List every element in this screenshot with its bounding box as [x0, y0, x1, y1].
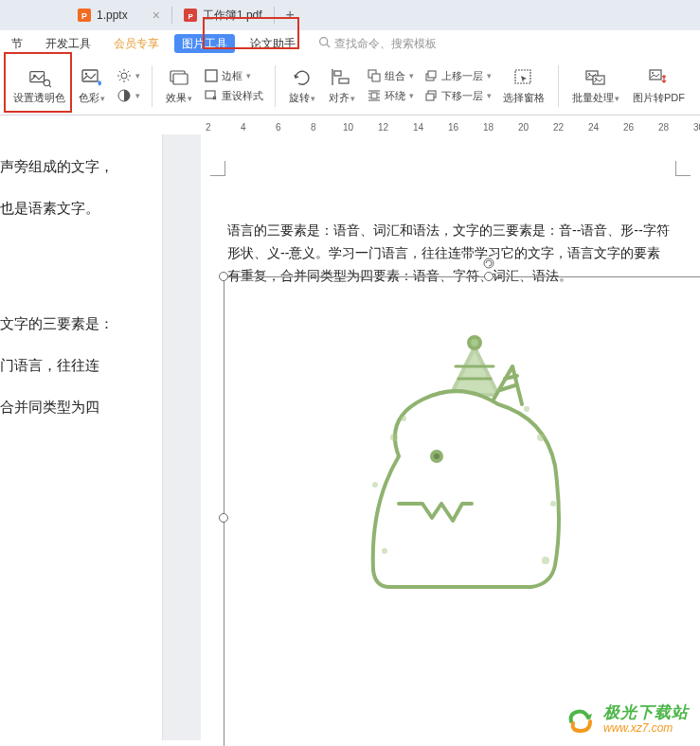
svg-point-12 [121, 73, 127, 79]
svg-point-58 [372, 482, 378, 488]
outline-line: 声旁组成的文字， [0, 150, 154, 184]
select-pane-button[interactable]: 选择窗格 [497, 64, 550, 107]
tool-label: 旋转▾ [289, 91, 315, 105]
tool-label: 选择窗格 [503, 91, 545, 105]
align-icon [331, 66, 353, 89]
rotate-button[interactable]: 旋转▾ [283, 64, 321, 107]
effect-button[interactable]: 效果▾ [160, 64, 198, 107]
svg-text:P: P [81, 11, 87, 21]
svg-line-9 [49, 85, 51, 87]
page-corner [675, 161, 691, 176]
page-gap [163, 134, 201, 740]
border-button[interactable]: 边框▾ [200, 66, 267, 85]
tool-label: 色彩▾ [79, 91, 105, 105]
border-icon [204, 68, 219, 83]
add-tab-button[interactable]: + [275, 7, 306, 24]
menu-section[interactable]: 节 [0, 30, 34, 57]
svg-point-54 [537, 434, 545, 441]
wrap-button[interactable]: 环绕▾ [363, 86, 418, 105]
svg-point-52 [390, 434, 398, 441]
resize-handle[interactable] [484, 272, 494, 281]
tool-label: 批量处理▾ [572, 91, 619, 105]
svg-line-20 [128, 71, 130, 73]
menu-vip[interactable]: 会员专享 [102, 30, 171, 57]
selected-image[interactable]: W [224, 276, 700, 746]
move-down-button[interactable]: 下移一层▾ [420, 86, 495, 105]
svg-rect-27 [339, 79, 349, 83]
menu-devtools[interactable]: 开发工具 [34, 30, 102, 57]
svg-point-59 [524, 406, 529, 412]
batch-button[interactable]: 批量处理▾ [566, 64, 625, 107]
tool-label: 图片转PDF [633, 91, 685, 105]
watermark-url: www.xz7.com [603, 722, 689, 735]
resize-handle[interactable] [219, 513, 228, 523]
color-icon [81, 66, 103, 89]
to-pdf-button[interactable]: 图片转PDF [627, 64, 691, 107]
svg-rect-31 [371, 93, 377, 98]
tool-label: 对齐▾ [329, 91, 355, 105]
svg-rect-41 [426, 94, 434, 100]
search-icon [318, 36, 331, 51]
svg-rect-26 [334, 71, 341, 76]
ppt-icon: P [78, 9, 91, 22]
move-up-icon [423, 68, 439, 83]
outline-line: 文字的三要素是： [0, 307, 154, 341]
tabs-bar: P 1.pptx × P 工作簿1.pdf + [0, 0, 700, 30]
svg-text:P: P [188, 12, 192, 21]
svg-point-53 [401, 416, 406, 421]
svg-point-51 [432, 452, 441, 461]
rotate-handle[interactable] [483, 256, 494, 267]
move-up-button[interactable]: 上移一层▾ [420, 66, 495, 85]
brightness-icon [117, 68, 132, 83]
outline-line: 合并同类型为四 [0, 390, 154, 424]
svg-point-4 [320, 38, 328, 45]
tab-pptx[interactable]: P 1.pptx × [66, 0, 171, 30]
svg-line-19 [119, 80, 121, 81]
menu-bar: 节 开发工具 会员专享 图片工具 论文助手 查找命令、搜索模板 [0, 30, 700, 57]
move-down-icon [423, 88, 439, 103]
page-corner [210, 161, 225, 176]
svg-line-18 [128, 80, 130, 81]
watermark-logo-icon [565, 704, 596, 735]
color-button[interactable]: 色彩▾ [73, 64, 111, 107]
reset-style-button[interactable]: 重设样式 [200, 86, 267, 105]
set-transparent-button[interactable]: 设置透明色 [8, 64, 71, 107]
tab-pdf[interactable]: P 工作簿1.pdf [172, 0, 274, 30]
search-placeholder: 查找命令、搜索模板 [334, 36, 437, 52]
outline-line: 也是语素文字。 [0, 191, 154, 225]
tool-label: 设置透明色 [13, 91, 65, 105]
menu-thesis[interactable]: 论文助手 [239, 30, 307, 57]
close-icon[interactable]: × [153, 8, 160, 23]
svg-rect-39 [428, 71, 436, 78]
svg-rect-30 [372, 74, 380, 81]
svg-line-17 [119, 71, 121, 73]
resize-handle[interactable] [219, 272, 228, 281]
transparent-icon [28, 66, 51, 89]
group-button[interactable]: 组合▾ [363, 66, 418, 85]
contrast-button[interactable]: ▾ [113, 86, 144, 105]
wrap-icon [367, 88, 382, 103]
rotate-icon [291, 66, 314, 89]
document-page[interactable]: 语言的三要素是：语音、词汇和语法，文字的三要素是：音--语音、形--字符形状、义… [201, 134, 700, 740]
watermark: 极光下载站 www.xz7.com [565, 704, 689, 735]
tab-label: 工作簿1.pdf [203, 8, 262, 24]
svg-point-56 [382, 548, 387, 554]
search-box[interactable]: 查找命令、搜索模板 [318, 36, 437, 52]
svg-rect-10 [82, 70, 98, 81]
svg-point-55 [550, 501, 556, 506]
svg-rect-45 [593, 76, 604, 84]
batch-icon [584, 66, 607, 89]
menu-picture-tools[interactable]: 图片工具 [174, 34, 235, 53]
tab-label: 1.pptx [97, 9, 128, 22]
ribbon-toolbar: 设置透明色 色彩▾ ▾ ▾ 效果▾ [0, 57, 700, 115]
svg-point-48 [652, 72, 654, 74]
svg-point-11 [85, 73, 87, 75]
brightness-button[interactable]: ▾ [113, 66, 144, 85]
svg-line-5 [327, 44, 330, 47]
watermark-title: 极光下载站 [603, 704, 689, 722]
svg-rect-23 [173, 74, 188, 84]
svg-rect-24 [206, 70, 217, 81]
align-button[interactable]: 对齐▾ [323, 64, 361, 107]
outline-line: 门语言，往往连 [0, 348, 154, 382]
pdf-icon: P [184, 9, 197, 22]
